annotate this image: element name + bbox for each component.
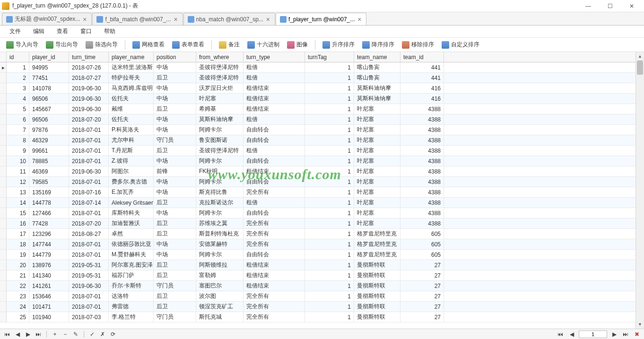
cell-player-id[interactable]: 153646: [29, 291, 69, 301]
cell-id[interactable]: 18: [7, 239, 29, 249]
hex-button[interactable]: 十六进制: [244, 39, 283, 51]
tab-close-icon[interactable]: ×: [265, 16, 271, 23]
cell-team-id[interactable]: 27: [400, 260, 444, 270]
cell-team-id[interactable]: 605: [400, 250, 444, 260]
cell-id[interactable]: 16: [7, 218, 29, 228]
cell-from-where[interactable]: 阿姆卡尔: [196, 177, 244, 187]
cell-position[interactable]: 前锋: [154, 166, 196, 176]
cell-team-id[interactable]: 4388: [400, 135, 444, 145]
cell-player-id[interactable]: 77451: [29, 73, 69, 83]
cell-team-name[interactable]: 喀山鲁宾: [354, 62, 400, 72]
cell-turn-time[interactable]: 2018-07-01: [69, 208, 109, 218]
table-row[interactable]: 8 46329 2018-07-01 尤尔申科 守门员 鲁安图斯诺 自由转会 1…: [0, 135, 635, 146]
cell-turn-type[interactable]: 租借: [244, 198, 305, 208]
cell-from-where[interactable]: 富勒姆: [196, 270, 244, 280]
cell-turn-tag[interactable]: 1: [305, 104, 354, 114]
maximize-button[interactable]: ☐: [600, 1, 620, 11]
cell-turn-tag[interactable]: 1: [305, 229, 354, 239]
remove-sort-button[interactable]: 移除排序: [399, 39, 437, 51]
vertical-scrollbar[interactable]: ▲ ▼: [635, 52, 644, 329]
cell-from-where[interactable]: 鲁安图斯诺: [196, 135, 244, 145]
page-last-button[interactable]: ⏭: [621, 330, 630, 338]
cell-turn-time[interactable]: 2018-07-01: [69, 291, 109, 301]
cell-id[interactable]: 8: [7, 135, 29, 145]
tab-1[interactable]: f_bifa_match @win007_...×: [92, 13, 183, 25]
cell-id[interactable]: 13: [7, 187, 29, 197]
cell-team-id[interactable]: 27: [400, 270, 444, 280]
cell-team-name[interactable]: 曼彻斯特联: [354, 291, 400, 301]
cell-id[interactable]: 17: [7, 229, 29, 239]
cell-turn-type[interactable]: 完全所有: [244, 291, 305, 301]
grid-view-button[interactable]: 网格查看: [129, 39, 168, 51]
table-row[interactable]: ▸ 1 94995 2018-07-26 达米特里.波洛斯 中场 圣彼得堡泽尼特…: [0, 62, 635, 73]
cell-turn-time[interactable]: 2018-07-01: [69, 156, 109, 166]
cell-turn-tag[interactable]: 1: [305, 166, 354, 176]
cell-turn-time[interactable]: 2018-07-20: [69, 114, 109, 124]
cell-player-name[interactable]: 卓然: [109, 229, 154, 239]
page-input[interactable]: [579, 330, 607, 338]
cell-player-name[interactable]: 佐托夫: [109, 114, 154, 124]
cell-team-id[interactable]: 4388: [400, 177, 444, 187]
cell-turn-tag[interactable]: 1: [305, 291, 354, 301]
cell-turn-type[interactable]: 租借结束: [244, 83, 305, 93]
table-row[interactable]: 22 141261 2019-06-30 乔尔·卡斯特 守门员 塞图巴尔 租借结…: [0, 281, 635, 291]
cell-turn-time[interactable]: 2018-07-20: [69, 218, 109, 228]
cell-turn-tag[interactable]: 1: [305, 250, 354, 260]
cell-player-id[interactable]: 101940: [29, 312, 69, 322]
nav-cancel-button[interactable]: ✗: [98, 330, 107, 338]
cell-turn-time[interactable]: 2019-06-30: [69, 281, 109, 291]
cell-player-name[interactable]: 弗雷德: [109, 302, 154, 312]
cell-position[interactable]: 中场: [154, 125, 196, 135]
cell-id[interactable]: 20: [7, 260, 29, 270]
cell-team-name[interactable]: 叶尼塞: [354, 146, 400, 156]
cell-position[interactable]: 后卫: [154, 302, 196, 312]
cell-from-where[interactable]: 希姆基: [196, 104, 244, 114]
cell-turn-tag[interactable]: 1: [305, 239, 354, 249]
cell-player-name[interactable]: 加迪暂雅沃: [109, 218, 154, 228]
cell-position[interactable]: 后卫: [154, 260, 196, 270]
cell-team-name[interactable]: 莫斯科迪纳摩: [354, 83, 400, 93]
import-wizard-button[interactable]: 导入向导: [3, 39, 42, 51]
cell-turn-time[interactable]: 2018-07-03: [69, 312, 109, 322]
cell-from-where[interactable]: 圣彼得堡泽尼特: [196, 62, 244, 72]
cell-player-id[interactable]: 96506: [29, 114, 69, 124]
menu-3[interactable]: 窗口: [75, 26, 97, 37]
tab-0[interactable]: 无标题 @win007_spdex...×: [2, 13, 92, 25]
cell-player-name[interactable]: 佐托夫: [109, 94, 154, 104]
cell-team-name[interactable]: 格罗兹尼特里克: [354, 250, 400, 260]
cell-id[interactable]: 3: [7, 83, 29, 93]
cell-team-id[interactable]: 27: [400, 302, 444, 312]
cell-turn-tag[interactable]: 1: [305, 135, 354, 145]
note-button[interactable]: 备注: [216, 39, 243, 51]
cell-id[interactable]: 1: [7, 62, 29, 72]
cell-position[interactable]: 后卫: [154, 198, 196, 208]
table-row[interactable]: 2 77451 2018-07-27 特萨拉哥夫 后卫 圣彼得堡泽尼特 租借 1…: [0, 73, 635, 83]
cell-turn-type[interactable]: 完全所有: [244, 187, 305, 197]
cell-team-id[interactable]: 4388: [400, 125, 444, 135]
table-row[interactable]: 19 144779 2018-07-01 M.贾舒赫科夫 中场 阿姆卡尔 自由转…: [0, 250, 635, 260]
cell-turn-time[interactable]: 2018-07-01: [69, 125, 109, 135]
cell-turn-tag[interactable]: 1: [305, 125, 354, 135]
cell-team-name[interactable]: 叶尼塞: [354, 156, 400, 166]
cell-player-name[interactable]: Z.彼得: [109, 156, 154, 166]
cell-team-name[interactable]: 叶尼塞: [354, 218, 400, 228]
cell-id[interactable]: 5: [7, 104, 29, 114]
cell-player-id[interactable]: 77428: [29, 218, 69, 228]
table-row[interactable]: 12 79585 2018-07-01 费多尔.奥古德 中场 阿姆卡尔 自由转会…: [0, 177, 635, 187]
cell-turn-type[interactable]: 自由转会: [244, 250, 305, 260]
nav-commit-button[interactable]: ✓: [88, 330, 96, 338]
cell-from-where[interactable]: 斯托克城: [196, 312, 244, 322]
cell-from-where[interactable]: 圣彼得堡泽尼特: [196, 73, 244, 83]
col-position[interactable]: position: [154, 52, 196, 62]
cell-turn-time[interactable]: 2019-05-31: [69, 260, 109, 270]
col-team-id[interactable]: team_id: [400, 52, 444, 62]
cell-player-id[interactable]: 96506: [29, 94, 69, 104]
cell-from-where[interactable]: 克拉斯诺达尔: [196, 198, 244, 208]
table-row[interactable]: 6 96506 2018-07-20 佐托夫 中场 莫斯科迪纳摩 租借 1 叶尼…: [0, 114, 635, 125]
cell-team-name[interactable]: 格罗兹尼特里克: [354, 239, 400, 249]
cell-player-name[interactable]: 达米特里.波洛斯: [109, 62, 154, 72]
cell-from-where[interactable]: 苏维埃之翼: [196, 218, 244, 228]
custom-sort-button[interactable]: 自定义排序: [438, 39, 483, 51]
cell-id[interactable]: 10: [7, 156, 29, 166]
cell-turn-tag[interactable]: 1: [305, 312, 354, 322]
